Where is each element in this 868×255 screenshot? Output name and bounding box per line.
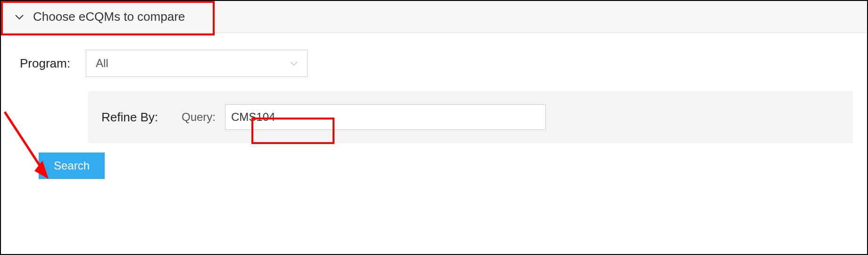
refine-section: Refine By: Query: <box>88 91 853 143</box>
search-button[interactable]: Search <box>39 153 105 179</box>
program-selected-value: All <box>96 57 108 70</box>
program-label: Program: <box>20 56 86 71</box>
query-input[interactable] <box>225 104 546 130</box>
content-area: Program: All Refine By: Query: Search <box>1 33 867 179</box>
expand-toggle[interactable]: Choose eCQMs to compare <box>15 9 185 24</box>
program-select[interactable]: All <box>86 50 308 77</box>
chevron-down-icon <box>15 15 24 19</box>
query-label: Query: <box>182 110 216 124</box>
chevron-down-icon <box>290 61 298 66</box>
expandable-header[interactable]: Choose eCQMs to compare <box>1 1 867 33</box>
header-title: Choose eCQMs to compare <box>33 9 185 24</box>
refine-by-label: Refine By: <box>101 110 182 125</box>
program-row: Program: All <box>20 50 867 77</box>
